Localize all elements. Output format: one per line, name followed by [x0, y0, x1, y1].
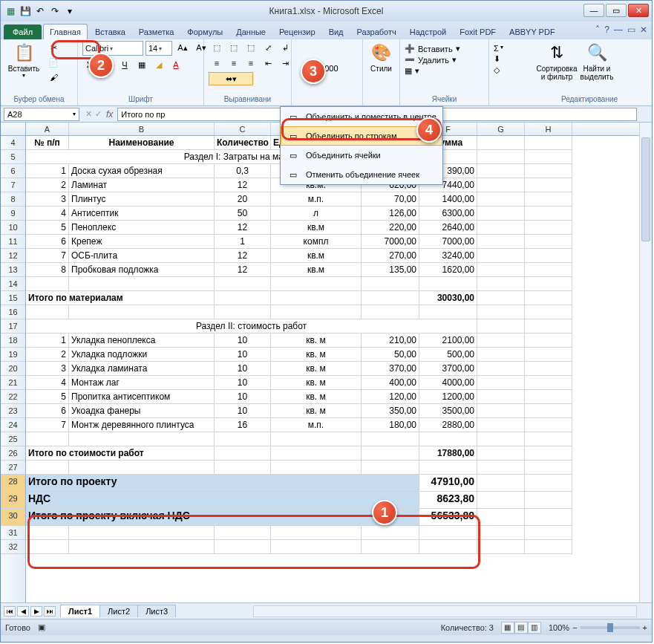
cell[interactable]: [525, 192, 572, 206]
cell[interactable]: [26, 305, 69, 319]
row-header[interactable]: 6: [1, 164, 25, 178]
row-header[interactable]: 17: [1, 319, 25, 334]
cell[interactable]: 7: [26, 418, 69, 432]
cell[interactable]: [525, 150, 572, 164]
col-header-b[interactable]: B: [69, 123, 215, 135]
row-header[interactable]: 31: [1, 526, 25, 540]
cell[interactable]: [525, 492, 572, 509]
cell[interactable]: [477, 376, 525, 390]
cell[interactable]: Количество: [215, 136, 271, 150]
cell[interactable]: [215, 526, 271, 540]
cell[interactable]: НДС: [26, 492, 419, 509]
cell[interactable]: 7000,00: [419, 235, 477, 249]
cell[interactable]: [525, 362, 572, 376]
align-bottom-icon[interactable]: ⬚: [243, 41, 259, 54]
cell[interactable]: [477, 432, 525, 446]
cell[interactable]: [271, 446, 362, 461]
zoom-out-icon[interactable]: −: [572, 623, 577, 632]
cell[interactable]: [362, 461, 419, 475]
cell[interactable]: Антисептик: [69, 206, 215, 221]
cell[interactable]: Наименование: [69, 136, 215, 150]
normal-view-icon[interactable]: ▦: [501, 622, 514, 634]
minimize-button[interactable]: —: [583, 4, 604, 17]
row-header[interactable]: 24: [1, 418, 25, 432]
cell[interactable]: 10: [215, 376, 271, 390]
merge-cells-item[interactable]: ▭Объединить ячейки: [281, 146, 442, 165]
cell[interactable]: [477, 362, 525, 376]
cell[interactable]: 0,3: [215, 164, 271, 178]
col-header-g[interactable]: G: [477, 123, 525, 135]
cell[interactable]: [477, 277, 525, 291]
autosum-icon[interactable]: Σ: [494, 44, 499, 53]
format-cells-button[interactable]: ▦ ▾: [405, 66, 419, 76]
page-break-view-icon[interactable]: ▥: [528, 622, 541, 634]
vertical-scrollbar[interactable]: [639, 123, 652, 602]
row-header[interactable]: 15: [1, 291, 25, 305]
cell[interactable]: [525, 291, 572, 305]
cell[interactable]: [525, 475, 572, 492]
cell[interactable]: [525, 305, 572, 319]
cell[interactable]: 10: [215, 362, 271, 376]
cell[interactable]: [419, 432, 477, 446]
row-header[interactable]: 16: [1, 305, 25, 319]
workbook-min-icon[interactable]: —: [614, 25, 623, 35]
cell[interactable]: [525, 509, 572, 526]
cell[interactable]: [362, 432, 419, 446]
row-header[interactable]: 10: [1, 221, 25, 235]
cell[interactable]: [477, 235, 525, 249]
sheet-nav-next-icon[interactable]: ▶: [30, 606, 42, 617]
cell[interactable]: [477, 206, 525, 221]
cell[interactable]: [477, 291, 525, 305]
cell[interactable]: [477, 263, 525, 277]
cell[interactable]: [477, 418, 525, 432]
row-header[interactable]: 22: [1, 390, 25, 404]
cell[interactable]: Укоадка фанеры: [69, 404, 215, 418]
cell[interactable]: 5: [26, 390, 69, 404]
cell[interactable]: [477, 334, 525, 348]
cell[interactable]: [362, 540, 419, 554]
row-header[interactable]: 5: [1, 150, 25, 164]
cell[interactable]: Монтж деревянного плинтуса: [69, 418, 215, 432]
cell[interactable]: [525, 446, 572, 461]
row-header[interactable]: 19: [1, 348, 25, 362]
cell[interactable]: [271, 305, 362, 319]
cut-icon[interactable]: ✂: [45, 41, 62, 54]
cell[interactable]: кв.м: [271, 263, 362, 277]
unmerge-item[interactable]: ▭Отменить объединение ячеек: [281, 165, 442, 184]
cell[interactable]: [477, 221, 525, 235]
cell[interactable]: 2640,00: [419, 221, 477, 235]
fx-icon[interactable]: fx: [106, 109, 113, 120]
cell[interactable]: [362, 305, 419, 319]
cell[interactable]: [362, 446, 419, 461]
cell[interactable]: 2100,00: [419, 334, 477, 348]
cell[interactable]: [271, 277, 362, 291]
cell[interactable]: [525, 178, 572, 192]
tab-abbyy[interactable]: ABBYY PDF: [503, 25, 561, 39]
sort-filter-button[interactable]: ⇅ Сортировка и фильтр: [538, 41, 575, 81]
cell[interactable]: [525, 432, 572, 446]
cell[interactable]: [525, 404, 572, 418]
cell[interactable]: 20: [215, 192, 271, 206]
cell[interactable]: [69, 526, 215, 540]
cell[interactable]: 6: [26, 404, 69, 418]
sheet-nav-last-icon[interactable]: ⏭: [44, 606, 56, 617]
cell[interactable]: 135,00: [362, 263, 419, 277]
cell[interactable]: [525, 390, 572, 404]
increase-indent-icon[interactable]: ⇥: [277, 56, 293, 70]
cell[interactable]: [525, 206, 572, 221]
border-icon[interactable]: ▦: [134, 58, 150, 71]
qat-more-icon[interactable]: ▾: [63, 4, 76, 18]
align-center-icon[interactable]: ≡: [226, 56, 242, 70]
zoom-slider[interactable]: [581, 626, 640, 629]
tab-file[interactable]: Файл: [4, 25, 42, 39]
tab-developer[interactable]: Разработч: [351, 25, 402, 39]
cell[interactable]: Итого по стоимости работ: [26, 446, 215, 461]
row-header[interactable]: 12: [1, 249, 25, 263]
cell[interactable]: 500,00: [419, 348, 477, 362]
cell[interactable]: [419, 461, 477, 475]
cell[interactable]: 2880,00: [419, 418, 477, 432]
cell[interactable]: 56533,80: [419, 509, 477, 526]
cell[interactable]: кв. м: [271, 404, 362, 418]
cell[interactable]: [69, 461, 215, 475]
cell[interactable]: [477, 178, 525, 192]
